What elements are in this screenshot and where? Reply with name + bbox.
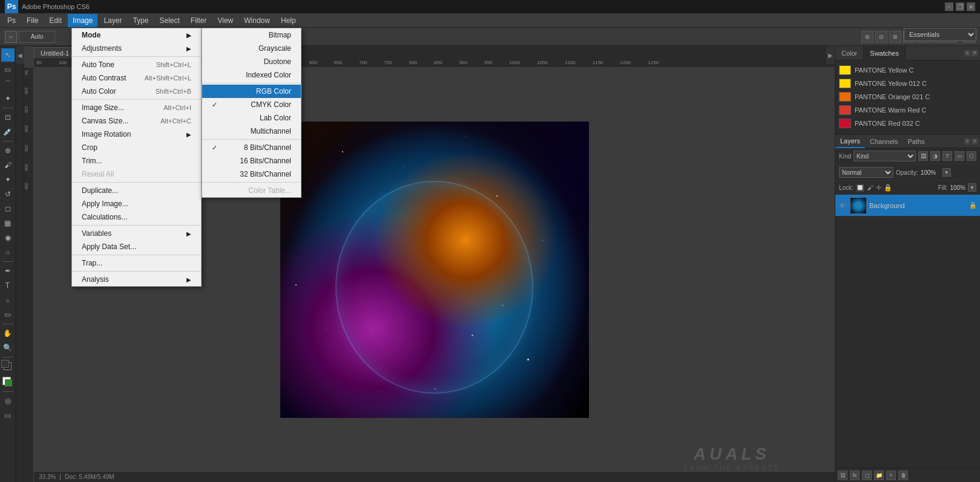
lock-image-icon[interactable]: 🖌 [867,184,873,191]
tool-dodge[interactable]: ○ [1,246,15,259]
mode-duotone[interactable]: Duotone [202,55,301,68]
menu-help[interactable]: Help [276,14,301,27]
tool-zoom[interactable]: 🔍 [1,341,15,354]
kind-select[interactable]: Kind [853,151,916,161]
mode-indexed-color[interactable]: Indexed Color [202,68,301,82]
menu-edit[interactable]: Edit [44,14,67,27]
foreground-color[interactable] [1,360,15,373]
tool-select[interactable]: ▭ [1,63,15,76]
tool-crop[interactable]: ⊡ [1,111,15,124]
minimize-button[interactable]: − [945,2,953,11]
mode-grayscale[interactable]: Grayscale [202,42,301,55]
tab-color[interactable]: Color [835,46,864,60]
tool-pen[interactable]: ✒ [1,264,15,278]
menu-item-apply-image[interactable]: Apply Image... [72,197,201,210]
tool-eraser[interactable]: ◻ [1,202,15,215]
restore-button[interactable]: ❐ [956,2,964,11]
menu-item-trim[interactable]: Trim... [72,154,201,168]
menu-item-crop[interactable]: Crop [72,141,201,154]
tool-path[interactable]: ⬦ [1,293,15,307]
swatch-pantone-red032[interactable]: PANTONE Red 032 C [839,117,976,129]
menu-item-apply-dataset[interactable]: Apply Data Set... [72,240,201,253]
swatch-pantone-yellow012[interactable]: PANTONE Yellow 012 C [839,77,976,90]
menu-item-duplicate[interactable]: Duplicate... [72,184,201,197]
tool-options-icon[interactable]: ↔ [5,31,17,43]
menu-ps[interactable]: Ps [2,14,21,27]
mode-cmyk[interactable]: ✓ CMYK Color [202,98,301,111]
panel-options-btn[interactable]: ≡ [964,50,970,56]
auto-option[interactable]: Auto [19,31,55,43]
menu-layer[interactable]: Layer [99,14,127,27]
tool-screen-mode[interactable]: ▭ [1,409,15,422]
mode-lab[interactable]: Lab Color [202,111,301,125]
mode-multichannel[interactable]: Multichannel [202,125,301,138]
tab-layers[interactable]: Layers [835,135,865,148]
menu-item-variables[interactable]: Variables ▶ [72,227,201,240]
tool-brush[interactable]: 🖌 [1,158,15,172]
align-btn-1[interactable]: ⊞ [861,31,873,43]
tool-quick-mask[interactable]: ◎ [1,394,15,408]
panel-collapse-btn[interactable]: ◀ [16,46,24,64]
menu-item-trap[interactable]: Trap... [72,256,201,270]
layers-panel-close[interactable]: ✕ [972,138,978,145]
menu-filter[interactable]: Filter [186,14,212,27]
lock-position-icon[interactable]: ✛ [876,184,881,192]
tool-gradient[interactable]: ▦ [1,217,15,230]
tool-history[interactable]: ↺ [1,187,15,201]
menu-item-analysis[interactable]: Analysis ▶ [72,273,201,286]
filter-shape-btn[interactable]: ▭ [955,151,964,161]
tool-eyedropper[interactable]: 💉 [1,125,15,138]
menu-file[interactable]: File [22,14,43,27]
delete-layer-btn[interactable]: 🗑 [898,471,908,480]
filter-type-btn[interactable]: T [942,151,952,161]
lock-all-icon[interactable]: 🔒 [884,184,892,192]
tool-heal[interactable]: ⊕ [1,144,15,157]
align-btn-3[interactable]: ⊞ [889,31,901,43]
tool-stamp[interactable]: ✦ [1,173,15,186]
tool-move[interactable]: ↖ [1,48,15,62]
tool-lasso[interactable]: ⌒ [1,77,15,91]
tool-hand[interactable]: ✋ [1,327,15,340]
menu-item-mode[interactable]: Mode ▶ [72,28,201,42]
align-btn-2[interactable]: ⊟ [875,31,887,43]
essentials-select[interactable]: Essentials [904,28,976,41]
menu-type[interactable]: Type [128,14,153,27]
menu-item-auto-color[interactable]: Auto Color Shift+Ctrl+B [72,85,201,98]
add-style-btn[interactable]: fx [850,471,860,480]
menu-item-auto-contrast[interactable]: Auto Contrast Alt+Shift+Ctrl+L [72,71,201,85]
swatch-pantone-yellow[interactable]: PANTONE Yellow C [839,64,976,76]
menu-select[interactable]: Select [154,14,184,27]
tab-channels[interactable]: Channels [865,135,903,148]
menu-view[interactable]: View [212,14,238,27]
layer-item-background[interactable]: 👁 Background 🔒 [835,195,980,217]
menu-item-image-rotation[interactable]: Image Rotation ▶ [72,128,201,141]
blend-mode-select[interactable]: Normal [839,167,893,178]
opacity-expand-btn[interactable]: ▼ [942,168,951,177]
add-mask-btn[interactable]: ◻ [862,471,872,480]
tool-blur[interactable]: ◉ [1,231,15,244]
filter-pixel-btn[interactable]: 🖼 [918,151,928,161]
swatch-pantone-warmred[interactable]: PANTONE Warm Red C [839,104,976,116]
mode-bitmap[interactable]: Bitmap [202,28,301,42]
right-panel-collapse[interactable]: ▶ [826,46,835,64]
new-layer-btn[interactable]: + [886,471,896,480]
tool-text[interactable]: T [1,279,15,292]
lock-transparent-icon[interactable]: 🔲 [856,184,864,192]
filter-smart-btn[interactable]: ⬡ [967,151,976,161]
mode-8bit[interactable]: ✓ 8 Bits/Channel [202,141,301,154]
layer-visibility-icon[interactable]: 👁 [839,202,847,209]
tab-swatches[interactable]: Swatches [864,46,906,60]
tab-paths[interactable]: Paths [903,135,930,148]
tool-shape[interactable]: ▭ [1,308,15,321]
new-group-btn[interactable]: 📁 [874,471,884,480]
mode-rgb[interactable]: RGB Color [202,85,301,98]
menu-item-auto-tone[interactable]: Auto Tone Shift+Ctrl+L [72,58,201,71]
menu-item-calculations[interactable]: Calculations... [72,210,201,224]
mode-32bit[interactable]: 32 Bits/Channel [202,168,301,181]
menu-item-canvas-size[interactable]: Canvas Size... Alt+Ctrl+C [72,114,201,128]
link-layers-btn[interactable]: ⛓ [838,471,847,480]
menu-window[interactable]: Window [239,14,275,27]
menu-item-adjustments[interactable]: Adjustments ▶ [72,42,201,55]
filter-adjustment-btn[interactable]: ◑ [930,151,940,161]
menu-image[interactable]: Image [68,14,97,27]
